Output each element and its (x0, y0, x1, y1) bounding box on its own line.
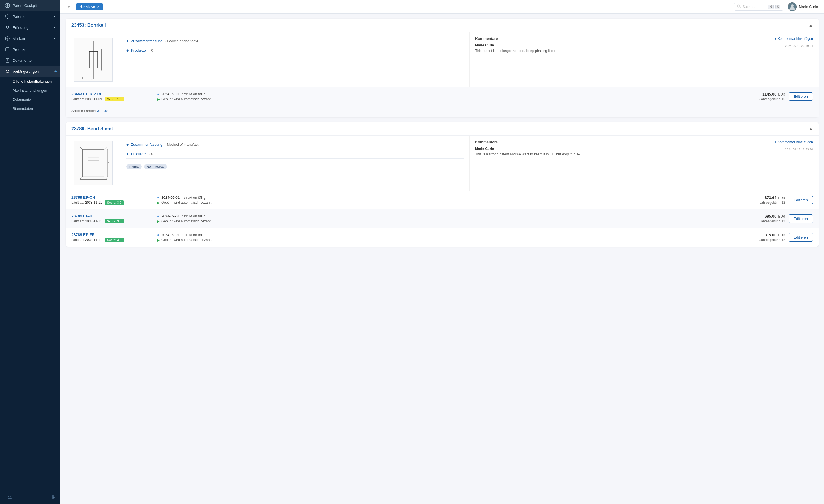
comment-date-23789: 2024-08-12 16:53:20 (785, 148, 813, 151)
status-auto-23453: ▶ Gebühr wird automatisch bezahlt. (157, 97, 756, 101)
filter-label: Nur Aktive (79, 5, 95, 9)
comment-content-23789: Marie Curie This is a strong patent and … (475, 147, 581, 157)
sidebar-sub-item-alte[interactable]: Alte Instandhaltungen (0, 86, 61, 95)
country-us-23453[interactable]: US (104, 109, 108, 113)
edit-btn-23789-fr[interactable]: Editieren (789, 233, 813, 242)
refresh-icon (5, 69, 10, 74)
record-id-23789-ch: 23789 EP-CH (72, 195, 154, 200)
edit-btn-23789-de[interactable]: Editieren (789, 214, 813, 223)
sidebar-sub-item-dokumente[interactable]: Dokumente (0, 95, 61, 104)
shield-icon (5, 14, 10, 19)
sidebar-item-erfindungen[interactable]: Erfindungen ▾ (0, 22, 61, 33)
record-status-23789-ch: ● 2024-09-01 Instruktion fällig ▶ Gebühr… (157, 196, 756, 205)
collapse-btn-23789[interactable]: ▲ (809, 126, 813, 131)
record-status-23789-fr: ● 2024-09-01 Instruktion fällig ▶ Gebühr… (157, 233, 756, 242)
record-id-23453: 23453 EP-DIV-DE (72, 92, 154, 96)
record-info-23789-fr: 23789 EP-FR Läuft ab: 2033-11-11 Score: … (72, 233, 154, 242)
plus-icon-produkte-23789: + (126, 151, 129, 156)
patent-body-23789: B + Zusammenfassung - Method of manufact… (66, 136, 819, 191)
layout-icon[interactable] (50, 495, 56, 500)
box-icon (5, 47, 10, 52)
expand-produkte-23789[interactable]: + Produkte - 0 (126, 149, 464, 159)
record-status-23789-de: ● 2024-09-01 Instruktion fällig ▶ Gebühr… (157, 214, 756, 224)
expand-zusammenfassung-23789[interactable]: + Zusammenfassung - Method of manufact..… (126, 140, 464, 149)
comment-author-23789: Marie Curie (475, 147, 581, 151)
tag-internal: Internal (126, 164, 142, 169)
edit-btn-23789-ch[interactable]: Editieren (789, 196, 813, 204)
expand-produkte-23453[interactable]: + Produkte - 0 (126, 46, 464, 55)
sidebar-item-marken[interactable]: ® Marken ▾ (0, 33, 61, 44)
patent-comments-23789: Kommentare + Kommentar hinzufügen Marie … (470, 136, 819, 191)
user-name: Marie Curie (799, 5, 818, 9)
sidebar-item-verlaengerungen[interactable]: Verlängerungen ▴ (0, 66, 61, 77)
avatar (788, 2, 797, 11)
svg-line-29 (104, 147, 107, 150)
comments-header-23453: Kommentare + Kommentar hinzufügen (475, 36, 813, 41)
expand-zusammenfassung-23453[interactable]: + Zusammenfassung - Pedicle anchor devi.… (126, 36, 464, 46)
score-badge-23789-ch: Score: 3.0 (105, 201, 124, 205)
sidebar-sub-item-offene[interactable]: Offene Instandhaltungen (0, 77, 61, 86)
svg-text:®: ® (7, 37, 8, 40)
search-bar[interactable]: Suche... ⌘ K (734, 3, 783, 11)
zusammenfassung-value-23789: - Method of manufact... (165, 142, 202, 147)
svg-rect-8 (53, 495, 55, 497)
record-expires-23789-fr: Läuft ab: 2033-11-11 Score: 3.0 (72, 238, 154, 242)
sidebar-item-dokumente[interactable]: Dokumente (0, 55, 61, 66)
record-info-23453: 23453 EP-DIV-DE Läuft ab: 2030-11-09 Sco… (72, 92, 154, 101)
tag-nonmedical: Non-medical (144, 164, 167, 169)
status-date-23453: 2024-09-01 (161, 92, 180, 96)
status-dot-23453: ● (157, 92, 159, 96)
record-info-23789-de: 23789 EP-DE Läuft ab: 2033-11-11 Score: … (72, 214, 154, 224)
filter-check: ✓ (97, 5, 100, 9)
svg-text:B: B (108, 162, 109, 163)
comment-content-23453: Marie Curie This patent is not longer ne… (475, 43, 556, 53)
other-countries-23453: Andere Länder: JP US (66, 106, 819, 117)
country-jp-23453[interactable]: JP (97, 109, 101, 113)
svg-text:A: A (92, 79, 93, 81)
edit-btn-23453[interactable]: Editieren (789, 92, 813, 101)
patent-comments-23453: Kommentare + Kommentar hinzufügen Marie … (470, 32, 819, 87)
play-icon: ▶ (157, 97, 160, 101)
status-dot-23789-fr: ● (157, 233, 159, 237)
status-instruction-23789-de: Instruktion fällig (181, 214, 205, 218)
score-badge-23453: Score: 1.0 (105, 97, 124, 101)
sidebar-item-produkte-label: Produkte (13, 47, 56, 51)
add-comment-link-23453[interactable]: + Kommentar hinzufügen (775, 37, 813, 41)
fee-currency-23789-de: EUR (778, 215, 785, 219)
fee-annual-23789-de: Jahresgebühr: 12 (759, 219, 785, 223)
sidebar: Patent Cockpit Patente ▾ Erfindungen ▾ ®… (0, 0, 61, 504)
record-fee-23789-de: 695.00 EUR Jahresgebühr: 12 (759, 214, 785, 223)
fee-currency-23453: EUR (778, 93, 785, 96)
chevron-down-icon-3: ▾ (54, 37, 56, 40)
status-instruction-23789-ch: Instruktion fällig (181, 196, 205, 200)
status-dot-23789-ch: ● (157, 196, 159, 200)
chevron-down-icon: ▾ (54, 15, 56, 18)
play-icon-23789-ch: ▶ (157, 201, 160, 205)
sidebar-item-patente[interactable]: Patente ▾ (0, 11, 61, 22)
record-id-23789-de: 23789 EP-DE (72, 214, 154, 218)
fee-amount-23789-ch: 373.64 (765, 196, 777, 200)
circle-r-icon: ® (5, 36, 10, 41)
nur-aktive-filter[interactable]: Nur Aktive ✓ (76, 3, 103, 10)
chevron-down-icon-2: ▾ (54, 26, 56, 29)
patent-tags-23789: Internal Non-medical (126, 161, 464, 169)
sidebar-item-cockpit[interactable]: Patent Cockpit (0, 0, 61, 11)
plus-icon-produkte: + (126, 48, 129, 53)
sidebar-sub-item-stammdaten[interactable]: Stammdaten (0, 104, 61, 113)
status-instruction-23453: Instruktion fällig (181, 92, 205, 96)
user-area[interactable]: Marie Curie (788, 2, 818, 11)
comment-row-23453: Marie Curie This patent is not longer ne… (475, 43, 813, 53)
add-comment-link-23789[interactable]: + Kommentar hinzufügen (775, 140, 813, 144)
topbar: Nur Aktive ✓ Suche... ⌘ K (61, 0, 824, 14)
svg-rect-5 (6, 48, 9, 51)
fee-amount-23789-fr: 315.00 (765, 233, 777, 237)
comments-header-23789: Kommentare + Kommentar hinzufügen (475, 140, 813, 144)
score-badge-23789-fr: Score: 3.0 (105, 238, 124, 242)
record-expires-23789-ch: Läuft ab: 2033-11-11 Score: 3.0 (72, 201, 154, 205)
patent-record-23453-ep-div-de: 23453 EP-DIV-DE Läuft ab: 2030-11-09 Sco… (66, 87, 819, 106)
record-expires-23453: Läuft ab: 2030-11-09 Score: 1.0 (72, 97, 154, 101)
patent-record-23789-ep-fr: 23789 EP-FR Läuft ab: 2033-11-11 Score: … (66, 228, 819, 247)
collapse-btn-23453[interactable]: ▲ (809, 23, 813, 28)
sidebar-item-produkte[interactable]: Produkte (0, 44, 61, 55)
record-info-23789-ch: 23789 EP-CH Läuft ab: 2033-11-11 Score: … (72, 195, 154, 205)
